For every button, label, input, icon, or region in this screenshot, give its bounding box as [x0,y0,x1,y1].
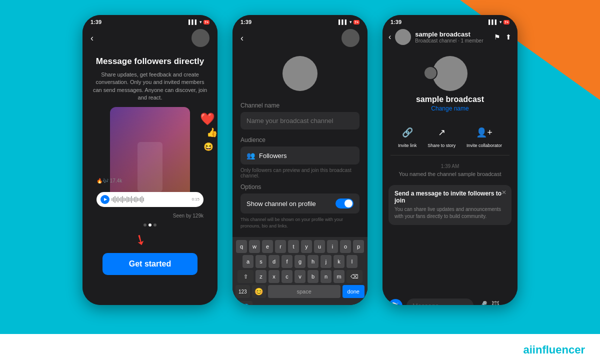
mic-icon[interactable]: 🎤 [478,300,488,305]
phone2-content: ‹ Channel name Audience 👥 Followers Only… [232,27,368,305]
key-p[interactable]: p [353,240,364,253]
key-v[interactable]: v [294,270,306,283]
phone3-header: ‹ sample broadcast Broadcast channel · 1… [382,27,518,49]
ph3-timestamp: 1:39 AM [382,156,518,171]
phone1-header: ‹ [82,27,218,51]
ph3-channel-name-display: sample broadcast [416,95,484,104]
back-button-1[interactable]: ‹ [90,33,94,44]
share-story-item[interactable]: ↗ Share to story [428,124,456,148]
phone2-profile-area [232,51,368,102]
link-icon: 🔗 [399,124,416,141]
key-shift[interactable]: ⇧ [238,270,254,283]
status-icons-3: ▌▌▌ ▾ 7+ [488,20,510,24]
key-row-2: a s d f g h j k l [234,255,366,268]
invite-collab-label: Invite collaborator [466,143,502,148]
phones-container: 1:39 ▌▌▌ ▾ 7+ ‹ Message followers direct… [25,15,575,305]
key-m[interactable]: m [334,270,344,283]
play-button[interactable]: ▶ [100,195,110,204]
ph3-small-avatar [424,66,438,80]
key-w[interactable]: w [249,240,260,253]
back-button-3[interactable]: ‹ [388,32,391,42]
key-f[interactable]: f [282,255,292,268]
key-y[interactable]: y [301,240,312,253]
key-u[interactable]: u [314,240,325,253]
ph3-input-bar: 📡 Message... 🎤 🖼 ＋ [382,294,518,305]
brand: aiinfluencer [524,344,586,356]
phone2-header: ‹ [232,27,368,51]
key-g[interactable]: g [294,255,306,268]
image-icon[interactable]: 🖼 [492,300,500,305]
share-icon[interactable]: ⬆ [506,33,512,41]
options-label: Options [240,184,360,190]
flag-icon[interactable]: ⚑ [494,33,500,41]
key-emoji[interactable]: 😊 [252,285,266,298]
invite-collab-item[interactable]: 👤+ Invite collaborator [466,124,502,148]
key-l[interactable]: l [346,255,358,268]
key-x[interactable]: x [268,270,280,283]
key-space[interactable]: space [268,285,340,298]
avatar-top-1 [192,29,210,47]
key-d[interactable]: d [268,255,280,268]
back-button-2[interactable]: ‹ [240,33,244,44]
emoji-laugh: 😆 [204,142,214,152]
key-z[interactable]: z [256,270,266,283]
audio-bar: ▶ [96,192,204,207]
key-o[interactable]: o [340,240,351,253]
key-123[interactable]: 123 [236,285,250,298]
add-icon[interactable]: ＋ [504,300,512,305]
form-section: Channel name Audience 👥 Followers Only f… [232,102,368,229]
key-i[interactable]: i [327,240,338,253]
seen-text: Seen by 129k [92,213,204,218]
emoji-heart: ❤️ [200,112,215,126]
key-e[interactable]: e [262,240,273,253]
key-globe[interactable]: 🌐 [238,301,252,305]
status-bar-3: 1:39 ▌▌▌ ▾ 7+ [382,15,518,27]
ph3-system-msg: You named the channel sample broadcast [382,171,518,185]
phone-2: 1:39 ▌▌▌ ▾ 7+ ‹ Channel name Audience 👥 [232,15,368,305]
dot-2 [148,224,152,226]
key-done[interactable]: done [342,285,364,298]
audience-label: Audience [240,136,360,144]
emoji-thumbsup: 👍 [206,127,218,138]
key-c[interactable]: c [282,270,292,283]
key-j[interactable]: j [320,255,332,268]
key-s[interactable]: s [256,255,266,268]
status-time-3: 1:39 [390,19,402,25]
key-delete[interactable]: ⌫ [346,270,362,283]
show-profile-toggle[interactable] [336,198,354,208]
key-r[interactable]: r [275,240,286,253]
signal-icon: ▌▌▌ [188,20,198,24]
key-b[interactable]: b [308,270,318,283]
ph3-main-avatar [432,56,468,91]
invite-text: You can share live updates and announcem… [394,206,506,220]
key-k[interactable]: k [334,255,344,268]
get-started-button[interactable]: Get started [102,253,198,275]
avatar-top-2 [342,29,360,47]
ph3-actions: ⚑ ⬆ [494,33,512,41]
key-n[interactable]: n [320,270,332,283]
message-input[interactable]: Message... [406,298,474,305]
wifi-icon-3: ▾ [500,20,502,24]
channel-name-input[interactable] [240,112,360,130]
change-name-link[interactable]: Change name [431,105,468,112]
audience-icon: 👥 [246,152,255,160]
audience-note: Only followers can preview and join this… [240,168,360,178]
audience-select[interactable]: 👥 Followers [240,146,360,164]
key-mic[interactable]: 🎤 [353,304,362,305]
invite-link-item[interactable]: 🔗 Invite link [398,124,417,148]
signal-icon-2: ▌▌▌ [338,20,348,24]
battery-badge-3: 7+ [504,20,510,24]
wifi-icon: ▾ [200,20,202,24]
toggle-row: Show channel on profile [240,194,360,214]
invite-close-button[interactable]: ✕ [502,189,506,196]
keyboard: q w e r t y u i o p a s d f g h [232,237,368,305]
key-a[interactable]: a [242,255,254,268]
key-h[interactable]: h [308,255,318,268]
key-row-3: ⇧ z x c v b n m ⌫ [234,270,366,283]
key-q[interactable]: q [236,240,247,253]
key-row-1: q w e r t y u i o p [234,240,366,253]
channel-info-3: sample broadcast Broadcast channel · 1 m… [415,30,490,44]
key-t[interactable]: t [288,240,299,253]
invite-banner: ✕ Send a message to invite followers to … [388,185,512,225]
phone-3: 1:39 ▌▌▌ ▾ 7+ ‹ sample broadcast Broadca… [382,15,518,305]
